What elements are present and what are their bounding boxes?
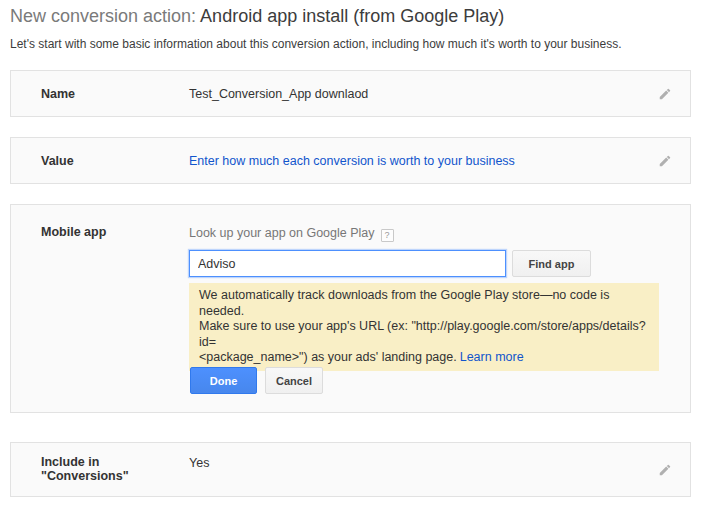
app-search-input[interactable] bbox=[189, 250, 506, 277]
include-in-conversions-section: Include in "Conversions" Yes bbox=[10, 442, 691, 497]
name-label: Name bbox=[41, 87, 75, 101]
help-icon[interactable]: ? bbox=[381, 229, 394, 242]
page-subtitle: Let's start with some basic information … bbox=[10, 37, 622, 51]
cancel-button[interactable]: Cancel bbox=[265, 367, 323, 394]
tracking-notice: We automatically track downloads from th… bbox=[189, 283, 659, 371]
value-label: Value bbox=[41, 154, 74, 168]
lookup-app-label: Look up your app on Google Play? bbox=[189, 226, 394, 242]
name-section: Name Test_Conversion_App downlaod bbox=[10, 70, 691, 117]
find-app-button[interactable]: Find app bbox=[512, 250, 591, 277]
include-in-conversions-value: Yes bbox=[189, 456, 209, 470]
page-title: New conversion action: Android app insta… bbox=[10, 6, 504, 27]
edit-pencil-icon[interactable] bbox=[658, 463, 672, 477]
new-conversion-action-page: New conversion action: Android app insta… bbox=[0, 0, 701, 505]
notice-line-3: <package_name>") as your ads' landing pa… bbox=[199, 350, 457, 364]
notice-line-2: Make sure to use your app's URL (ex: "ht… bbox=[199, 319, 649, 350]
page-title-prefix: New conversion action: bbox=[10, 6, 200, 26]
mobile-app-section: Mobile app Look up your app on Google Pl… bbox=[10, 204, 691, 413]
notice-line-1: We automatically track downloads from th… bbox=[199, 288, 649, 319]
value-enter-link[interactable]: Enter how much each conversion is worth … bbox=[189, 154, 515, 168]
name-value: Test_Conversion_App downlaod bbox=[189, 87, 368, 101]
edit-pencil-icon[interactable] bbox=[658, 154, 672, 168]
include-in-conversions-label: Include in "Conversions" bbox=[41, 456, 129, 483]
edit-pencil-icon[interactable] bbox=[658, 87, 672, 101]
value-section: Value Enter how much each conversion is … bbox=[10, 137, 691, 184]
done-button[interactable]: Done bbox=[190, 367, 257, 394]
mobile-app-label: Mobile app bbox=[41, 225, 106, 239]
page-title-main: Android app install (from Google Play) bbox=[200, 6, 504, 26]
learn-more-link[interactable]: Learn more bbox=[460, 350, 524, 364]
